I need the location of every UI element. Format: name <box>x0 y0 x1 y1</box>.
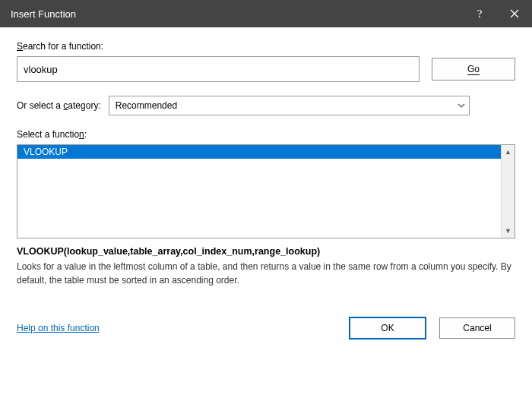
close-button[interactable] <box>497 0 532 27</box>
dialog-footer: Help on this function OK Cancel <box>17 310 515 339</box>
function-signature: VLOOKUP(lookup_value,table_array,col_ind… <box>17 246 515 257</box>
cancel-button[interactable]: Cancel <box>439 317 515 339</box>
scroll-up-icon[interactable]: ▲ <box>502 145 515 159</box>
dialog-content: Search for a function: Go Or select a ca… <box>0 27 532 351</box>
scroll-down-icon[interactable]: ▼ <box>502 224 515 238</box>
category-row: Or select a category: Recommended <box>17 96 515 115</box>
function-listbox-inner: VLOOKUP <box>17 145 501 238</box>
function-list-label: Select a function: <box>17 129 515 140</box>
svg-text:?: ? <box>477 8 483 20</box>
scrollbar[interactable]: ▲ ▼ <box>501 145 515 238</box>
search-label: Search for a function: <box>17 41 515 52</box>
function-listbox[interactable]: VLOOKUP ▲ ▼ <box>17 144 515 238</box>
search-row: Go <box>17 56 515 82</box>
category-select[interactable]: Recommended <box>109 96 470 115</box>
title-bar: Insert Function ? <box>0 0 532 27</box>
help-link[interactable]: Help on this function <box>17 323 100 333</box>
ok-button[interactable]: OK <box>350 317 426 339</box>
function-description: Looks for a value in the leftmost column… <box>17 260 515 287</box>
category-selected-value: Recommended <box>116 100 177 111</box>
search-input[interactable] <box>17 56 420 82</box>
window-title: Insert Function <box>11 8 462 20</box>
list-item[interactable]: VLOOKUP <box>17 145 501 159</box>
close-icon <box>510 9 519 18</box>
category-label: Or select a category: <box>17 100 101 111</box>
help-icon: ? <box>475 8 484 20</box>
help-button[interactable]: ? <box>462 0 497 27</box>
go-button[interactable]: Go <box>432 58 515 81</box>
